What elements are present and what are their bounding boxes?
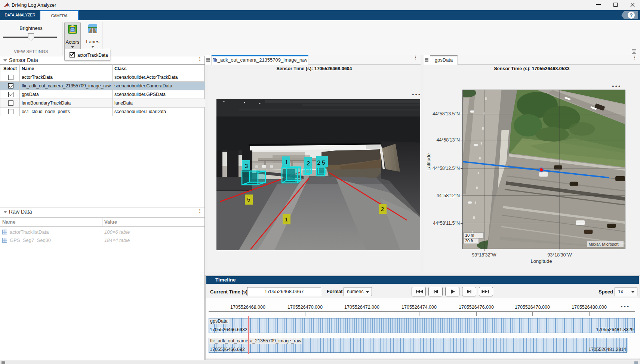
svg-text:1: 1 — [284, 159, 288, 166]
svg-text:2: 2 — [307, 161, 310, 167]
svg-text:25: 25 — [317, 160, 326, 167]
svg-text:1: 1 — [285, 216, 288, 223]
svg-text:5: 5 — [247, 196, 250, 203]
svg-text:Maxar, Microsoft: Maxar, Microsoft — [588, 242, 618, 246]
svg-text:3: 3 — [244, 163, 248, 170]
svg-text:2: 2 — [381, 206, 384, 212]
svg-text:20 ft: 20 ft — [465, 239, 473, 243]
svg-text:10 m: 10 m — [465, 233, 474, 237]
